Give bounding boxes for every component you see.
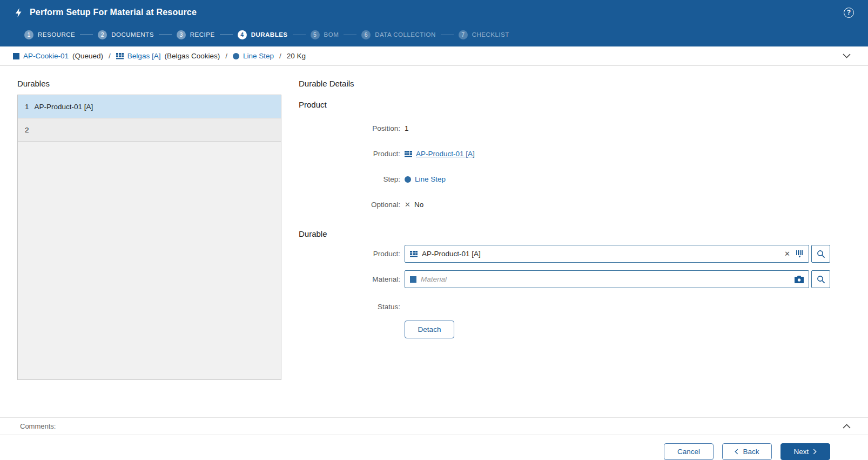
step-documents[interactable]: 2 DOCUMENTS	[98, 30, 154, 39]
position-value: 1	[405, 124, 409, 132]
step-number: 4	[238, 30, 247, 39]
product-section-title: Product	[299, 100, 830, 109]
x-mark-icon: ✕	[405, 201, 411, 209]
step-checklist[interactable]: 7 CHECKLIST	[459, 30, 509, 39]
breadcrumb-quantity: 20 Kg	[287, 52, 306, 60]
product-field: Product: AP-Product-01 [A]	[299, 141, 830, 166]
step-circle-icon	[233, 53, 239, 59]
step-circle-icon	[405, 176, 411, 183]
optional-field: Optional: ✕ No	[299, 192, 830, 217]
detach-button[interactable]: Detach	[405, 321, 454, 338]
detach-row: Detach	[405, 321, 830, 338]
durable-product-input-wrap[interactable]: ✕	[405, 245, 809, 263]
durable-product-label: Product:	[299, 250, 405, 258]
step-number: 1	[24, 30, 33, 39]
material-square-icon	[410, 276, 416, 283]
product-label: Product:	[299, 150, 405, 158]
step-field: Step: Line Step	[299, 166, 830, 192]
step-connector	[80, 35, 93, 35]
main-content: Durables 1 AP-Product-01 [A] 2 Durable D…	[0, 66, 868, 417]
breadcrumb-separator: /	[279, 52, 281, 60]
next-label: Next	[794, 448, 809, 456]
durables-list: 1 AP-Product-01 [A] 2	[17, 95, 281, 380]
product-link[interactable]: AP-Product-01 [A]	[416, 150, 475, 158]
durable-product-row: Product: ✕	[299, 245, 830, 263]
chevron-down-icon[interactable]	[843, 54, 851, 58]
product-search-button[interactable]	[811, 245, 830, 263]
durable-material-input-wrap[interactable]	[405, 270, 809, 288]
step-data-collection[interactable]: 6 DATA COLLECTION	[361, 30, 436, 39]
durable-material-input[interactable]	[421, 275, 790, 283]
title-row: Perform Setup For Material at Resource ?	[0, 0, 868, 25]
step-label: DURABLES	[251, 31, 288, 38]
step-label: CHECKLIST	[472, 31, 509, 38]
help-icon[interactable]: ?	[844, 8, 854, 18]
back-label: Back	[743, 448, 759, 456]
sfc-square-icon	[13, 53, 19, 59]
breadcrumb-material-link[interactable]: Belgas [A]	[127, 52, 161, 60]
durables-title: Durables	[17, 79, 281, 88]
durables-panel: Durables 1 AP-Product-01 [A] 2	[17, 74, 281, 417]
barcode-scan-icon[interactable]	[796, 250, 804, 258]
breadcrumb-separator: /	[109, 52, 111, 60]
durable-position: 1	[25, 103, 29, 111]
step-connector	[441, 35, 454, 35]
durable-material-row: Material:	[299, 270, 830, 288]
step-value: Line Step	[415, 175, 446, 183]
durable-section-title: Durable	[299, 229, 830, 238]
durable-name: AP-Product-01 [A]	[35, 103, 93, 111]
dialog-header: Perform Setup For Material at Resource ?…	[0, 0, 868, 46]
step-number: 7	[459, 30, 468, 39]
chevron-up-icon[interactable]	[843, 424, 851, 429]
material-grid-icon	[116, 53, 124, 59]
next-button[interactable]: Next	[780, 443, 830, 460]
material-grid-icon	[410, 251, 418, 257]
material-grid-icon	[405, 151, 412, 157]
breadcrumb-separator: /	[225, 52, 227, 60]
material-search-button[interactable]	[811, 270, 830, 288]
status-field: Status:	[299, 296, 830, 317]
breadcrumb-sfc-link[interactable]: AP-Cookie-01	[23, 52, 69, 60]
breadcrumb-step: Line Step	[243, 52, 274, 60]
step-recipe[interactable]: 3 RECIPE	[177, 30, 215, 39]
step-number: 5	[311, 30, 320, 39]
position-label: Position:	[299, 124, 405, 132]
durable-list-item[interactable]: 2	[18, 118, 281, 142]
back-button[interactable]: Back	[722, 443, 772, 460]
step-bom[interactable]: 5 BOM	[311, 30, 339, 39]
breadcrumb: AP-Cookie-01 (Queued) / Belgas [A] (Belg…	[0, 46, 868, 66]
cancel-label: Cancel	[677, 448, 700, 456]
comments-bar: Comments:	[0, 417, 868, 435]
step-number: 2	[98, 30, 107, 39]
camera-icon[interactable]	[795, 276, 804, 283]
step-number: 3	[177, 30, 186, 39]
durable-details-title: Durable Details	[299, 79, 830, 88]
durable-material-label: Material:	[299, 275, 405, 283]
step-label: DOCUMENTS	[111, 31, 154, 38]
step-connector	[344, 35, 356, 35]
cancel-button[interactable]: Cancel	[664, 443, 714, 460]
comments-label: Comments:	[20, 422, 56, 430]
step-durables[interactable]: 4 DURABLES	[238, 30, 288, 39]
durable-details-panel: Durable Details Product Position: 1 Prod…	[281, 74, 830, 417]
step-connector	[220, 35, 233, 35]
step-label: DATA COLLECTION	[375, 31, 436, 38]
step-label: RESOURCE	[38, 31, 75, 38]
durable-list-item[interactable]: 1 AP-Product-01 [A]	[18, 95, 281, 118]
durable-product-input[interactable]	[422, 250, 780, 258]
chevron-left-icon	[735, 449, 738, 455]
chevron-right-icon	[813, 449, 817, 455]
step-resource[interactable]: 1 RESOURCE	[24, 30, 75, 39]
clear-icon[interactable]: ✕	[784, 250, 790, 257]
dialog-title: Perform Setup For Material at Resource	[30, 8, 197, 17]
step-label: Step:	[299, 175, 405, 183]
breadcrumb-sfc-status: (Queued)	[72, 52, 103, 60]
footer-actions: Cancel Back Next	[0, 435, 868, 460]
optional-label: Optional:	[299, 201, 405, 209]
status-label: Status:	[299, 303, 405, 311]
step-label: BOM	[324, 31, 339, 38]
step-label: RECIPE	[190, 31, 215, 38]
durable-position: 2	[25, 126, 29, 134]
step-connector	[293, 35, 306, 35]
position-field: Position: 1	[299, 116, 830, 141]
